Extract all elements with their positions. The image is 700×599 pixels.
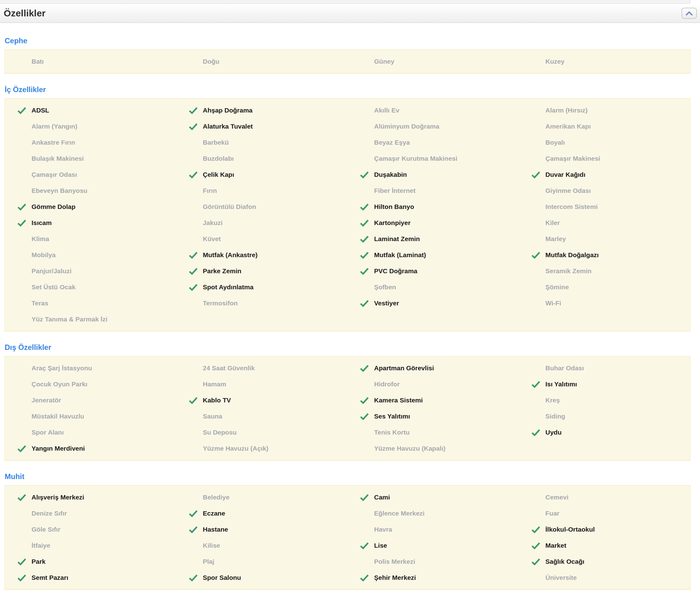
feature-label: Alışveriş Merkezi [31,494,84,501]
feature-label: Cami [374,494,390,501]
feature-label: Eğlence Merkezi [374,510,424,517]
feature-label: Fuar [546,510,560,517]
feature-item: Ebeveyn Banyosu [5,183,176,199]
feature-item: Kablo TV [176,392,348,408]
feature-label: Tenis Kortu [374,429,409,436]
feature-item: Kilise [176,537,348,554]
feature-label: Bulaşık Makinesi [31,155,84,162]
check-icon [189,510,203,517]
feature-label: Hastane [203,526,228,533]
feature-item: Havra [348,521,519,537]
check-icon [189,123,203,130]
feature-item: Giyinme Odası [519,183,691,199]
feature-item: Marley [519,231,691,247]
feature-label: Araç Şarj İstasyonu [31,364,92,372]
feature-label: Beyaz Eşya [374,139,410,146]
feature-label: Çamaşır Kurutma Makinesi [374,155,457,162]
feature-label: Kiler [546,219,560,226]
check-icon [360,171,374,178]
feature-item: Çocuk Oyun Parkı [5,376,176,392]
feature-label: Intercom Sistemi [546,203,598,211]
feature-item: Alarm (Yangın) [5,118,176,135]
feature-item: Sauna [176,408,348,424]
feature-column: CamiEğlence MerkeziHavraLisePolis Merkez… [348,489,519,586]
feature-label: Yangın Merdiveni [31,445,85,452]
feature-label: Market [546,542,567,549]
feature-item: Güney [348,53,519,70]
feature-column: Alarm (Hırsız)Amerikan KapıBoyalıÇamaşır… [519,102,691,327]
feature-item: İlkokul-Ortaokul [519,521,691,537]
features-sections-container: CepheBatıDoğuGüneyKuzeyİç ÖzelliklerADSL… [0,37,700,590]
feature-label: Isıcam [31,219,52,226]
feature-label: ADSL [31,106,49,114]
feature-label: Kilise [203,542,220,549]
feature-label: Spot Aydınlatma [203,283,254,291]
feature-label: Mobilya [31,251,56,259]
feature-label: Çelik Kapı [203,171,234,178]
feature-label: Fiber İnternet [374,187,416,194]
feature-label: Güney [374,58,394,65]
feature-item: Su Deposu [176,424,348,440]
feature-label: Termosifon [203,300,238,307]
feature-item: Hastane [176,521,348,537]
feature-label: Seramik Zemin [546,267,592,275]
feature-label: Siding [546,413,565,420]
check-icon [17,219,31,226]
feature-item: Termosifon [176,295,348,311]
feature-item: Tenis Kortu [348,424,519,440]
feature-item: Jakuzi [176,215,348,231]
feature-label: Görüntülü Diafon [203,203,256,211]
feature-item: Isı Yalıtımı [519,376,691,392]
check-icon [531,251,546,259]
feature-item: Çamaşır Odası [5,167,176,183]
feature-item: Panjur/Jaluzi [5,263,176,279]
feature-label: Sağlık Ocağı [546,558,584,565]
check-icon [531,381,546,388]
feature-item: Batı [5,53,176,70]
feature-item: Kuzey [519,53,691,70]
check-icon [531,526,546,533]
feature-item: Park [5,554,176,570]
feature-label: İlkokul-Ortaokul [546,526,595,533]
feature-label: Jakuzi [203,219,223,226]
feature-column: ADSLAlarm (Yangın)Ankastre FırınBulaşık … [5,102,176,327]
section-title: Cephe [5,37,691,45]
feature-label: Yüzme Havuzu (Açık) [203,445,269,452]
feature-label: Alüminyum Doğrama [374,123,439,130]
feature-item: Laminat Zemin [348,231,519,247]
feature-item: Şömine [519,279,691,295]
features-panel-header: Özellikler [0,4,700,23]
feature-item: Müstakil Havuzlu [5,408,176,424]
feature-item: Mutfak Doğalgazı [519,247,691,263]
feature-label: Kuzey [546,58,565,65]
feature-label: Ses Yalıtımı [374,413,410,420]
feature-item: Şehir Merkezi [348,570,519,586]
feature-label: Duşakabin [374,171,407,178]
check-icon [360,300,374,307]
feature-item: Amerikan Kapı [519,118,691,135]
feature-item: Çelik Kapı [176,167,348,183]
feature-item: Çamaşır Makinesi [519,150,691,167]
feature-label: Wi-Fi [546,300,561,307]
feature-item: Set Üstü Ocak [5,279,176,295]
collapse-section-button[interactable] [681,8,697,19]
feature-item: Cami [348,489,519,505]
feature-item: Alışveriş Merkezi [5,489,176,505]
feature-label: Mutfak (Ankastre) [203,251,258,259]
feature-label: Şehir Merkezi [374,574,416,581]
feature-label: Panjur/Jaluzi [31,267,72,275]
check-icon [17,574,31,581]
feature-item: Klima [5,231,176,247]
check-icon [360,219,374,226]
feature-item: Semt Pazarı [5,570,176,586]
feature-item: Hidrofor [348,376,519,392]
feature-label: Ankastre Fırın [31,139,75,146]
feature-item: Sağlık Ocağı [519,554,691,570]
feature-label: Fırın [203,187,217,194]
feature-item: Barbekü [176,135,348,150]
feature-label: Lise [374,542,387,549]
check-icon [531,429,546,436]
feature-item: Mutfak (Ankastre) [176,247,348,263]
feature-item: Küvet [176,231,348,247]
feature-item: Alüminyum Doğrama [348,118,519,135]
